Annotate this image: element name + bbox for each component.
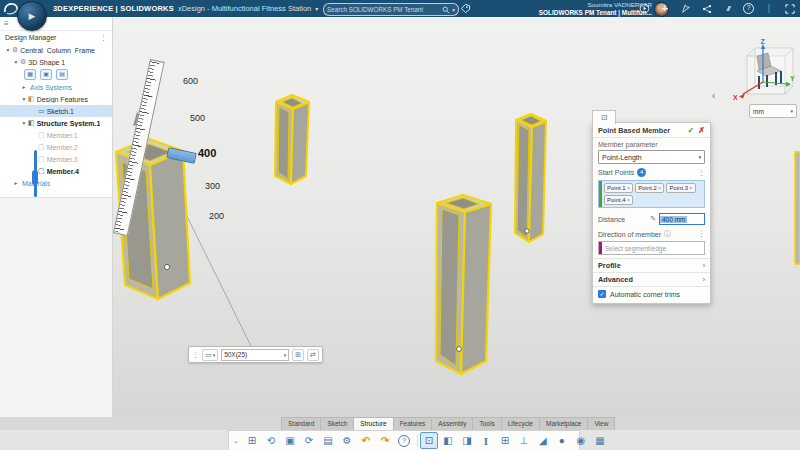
pattern-icon[interactable]: ◉ [572, 432, 590, 449]
dialog-tab[interactable]: ⊡ [592, 110, 616, 124]
panel-title-row: Design Manager ⋮ [0, 31, 112, 44]
tab-tools[interactable]: Tools [472, 417, 501, 430]
help-icon[interactable]: ? [743, 3, 754, 14]
tab-sketch[interactable]: Sketch [320, 417, 354, 430]
flip-profile-button[interactable]: ⇄ [307, 349, 319, 361]
tree-item-3d-shape-1[interactable]: ▾ ⚙ 3D Shape 1 [0, 56, 112, 68]
remove-point-icon[interactable]: × [689, 185, 693, 191]
tree-item-structure-system-1[interactable]: ▾ ◧ Structure System.1 [0, 117, 112, 129]
3dexperience-compass-button[interactable]: ▶ [17, 1, 47, 31]
tree-top: ▾ ⚙ Central_Column_Frame ▾ ⚙ 3D Shape 1 [0, 44, 112, 68]
tree-item-materials[interactable]: ▸ Materials [0, 177, 112, 189]
profile-section[interactable]: Profile › [593, 258, 710, 272]
search-icon[interactable] [442, 6, 450, 14]
point-chip[interactable]: Point.2 × [635, 183, 664, 193]
expand-arrow-icon[interactable]: ▾ [20, 96, 28, 102]
point-chip[interactable]: Point.4 × [604, 195, 633, 205]
tree-item-member-2[interactable]: ▢ Member.2 [0, 141, 112, 153]
tree-item-member-4[interactable]: ▢ Member.4 [0, 165, 112, 177]
new-icon[interactable]: ⊞ [243, 432, 261, 449]
hierarchy-icon[interactable]: ≡ [4, 19, 9, 28]
expand-arrow-icon[interactable]: ▸ [12, 180, 20, 186]
grid-system-icon[interactable]: ⊞ [496, 432, 514, 449]
tab-view[interactable]: View [587, 417, 615, 430]
properties-icon[interactable]: ▤ [319, 432, 337, 449]
remove-point-icon[interactable]: × [627, 185, 631, 191]
user-info[interactable]: Soumitra VADNERKAR SOLIDWORKS PM Tenant … [539, 1, 652, 16]
profile-gallery-button[interactable]: ⊞ [292, 349, 304, 361]
apps-icon[interactable]: // [722, 3, 734, 15]
tree-item-member-1[interactable]: ▢ Member.1 [0, 129, 112, 141]
tree-item-sketch-1[interactable]: ▭ Sketch.1 [0, 105, 112, 117]
tree-item-member-3[interactable]: ▢ Member.3 [0, 153, 112, 165]
profile-size-dropdown[interactable]: 50X(25) ▾ [221, 349, 289, 361]
revolve-member-icon[interactable]: ◨ [458, 432, 476, 449]
help-icon[interactable]: ? [395, 432, 413, 449]
undo-icon[interactable]: ↶ [357, 432, 375, 449]
add-content-icon[interactable]: + [659, 3, 671, 15]
measure-icon[interactable]: ✎ [650, 215, 656, 223]
shape-badge-icon[interactable]: ▦ [24, 69, 36, 80]
point-based-member-icon[interactable]: ⊡ [420, 432, 438, 449]
tab-marketplace[interactable]: Marketplace [539, 417, 588, 430]
units-dropdown[interactable]: mm ▾ [749, 104, 797, 118]
compass-icon[interactable] [638, 3, 650, 15]
member-parameter-dropdown[interactable]: Point-Length ▾ [598, 150, 705, 164]
fullscreen-icon[interactable] [784, 3, 796, 15]
profile-shape-button[interactable]: ▭ ▾ [202, 349, 218, 361]
node-label: Axis Systems [30, 84, 72, 91]
share-icon[interactable] [701, 3, 713, 15]
bom-table-icon[interactable]: ▦ [591, 432, 609, 449]
extrude-member-icon[interactable]: ◧ [439, 432, 457, 449]
start-points-list[interactable]: Point.1 × Point.2 × Point.3 × Point.4 × [598, 180, 705, 208]
advanced-section[interactable]: Advanced › [593, 272, 710, 286]
expand-arrow-icon[interactable]: ▾ [4, 47, 12, 53]
direction-menu-icon[interactable]: ⋮ [698, 230, 705, 238]
start-points-menu-icon[interactable]: ⋮ [698, 169, 705, 177]
corner-trim-icon[interactable]: ◢ [534, 432, 552, 449]
drag-handle-icon[interactable]: ⋮ [192, 351, 199, 359]
sphere-icon[interactable]: ● [553, 432, 571, 449]
tab-assembly[interactable]: Assembly [431, 417, 473, 430]
point-chip[interactable]: Point.3 × [666, 183, 695, 193]
settings-icon[interactable]: ⚙ [338, 432, 356, 449]
shape-badge-icon[interactable]: ▣ [40, 69, 52, 80]
remove-point-icon[interactable]: × [658, 185, 662, 191]
node-label: Central_Column_Frame [20, 47, 95, 54]
shape-badge-icon[interactable]: ▤ [56, 69, 68, 80]
remove-point-icon[interactable]: × [627, 197, 631, 203]
redo-icon[interactable]: ↷ [376, 432, 394, 449]
tab-standard[interactable]: Standard [281, 417, 321, 430]
tab-features[interactable]: Features [393, 417, 433, 430]
point-chip[interactable]: Point.1 × [604, 183, 633, 193]
save-icon[interactable]: ▣ [281, 432, 299, 449]
structure-scope-handle[interactable] [32, 170, 38, 185]
title-caret-icon[interactable]: ▾ [315, 5, 318, 12]
tree-item-central-column-frame[interactable]: ▾ ⚙ Central_Column_Frame [0, 44, 112, 56]
tab-structure[interactable]: Structure [353, 417, 393, 430]
weld-gap-icon[interactable]: ⊥ [515, 432, 533, 449]
info-icon[interactable]: ⓘ [664, 229, 671, 239]
corner-trims-checkbox[interactable]: ✓ [598, 290, 606, 298]
expand-arrow-icon[interactable]: ▸ [20, 84, 28, 90]
confirm-icon[interactable]: ✓ [688, 126, 695, 135]
panel-menu-icon[interactable]: ⋮ [100, 34, 107, 42]
collapse-panel-icon[interactable]: ‹ [712, 90, 715, 101]
search-scope-caret-icon[interactable]: ▾ [452, 7, 455, 13]
cancel-icon[interactable]: ✗ [698, 126, 705, 135]
expand-arrow-icon[interactable]: ▾ [20, 120, 28, 126]
sync-icon[interactable]: ⟳ [300, 432, 318, 449]
tab-lifecycle[interactable]: Lifecycle [501, 417, 540, 430]
history-icon[interactable]: ⟲ [262, 432, 280, 449]
direction-selection-input[interactable]: Select segment/edge [598, 241, 705, 255]
ibeam-profile-icon[interactable]: I [477, 432, 495, 449]
tree-item-axis-systems[interactable]: ▸ Axis Systems [0, 81, 112, 93]
tag-icon[interactable] [460, 3, 471, 14]
share-cursor-icon[interactable] [680, 3, 692, 15]
collapse-toolbar-icon[interactable]: ⌄ [233, 437, 239, 445]
tree-item-design-features[interactable]: ▾ ◧ Design Features [0, 93, 112, 105]
expand-arrow-icon[interactable]: ▾ [12, 59, 20, 65]
distance-input[interactable]: 400 mm [659, 213, 705, 225]
view-triad[interactable]: Z X Y [733, 38, 795, 104]
search-input[interactable]: Search SOLIDWORKS PM Tenant ▾ [323, 3, 459, 16]
